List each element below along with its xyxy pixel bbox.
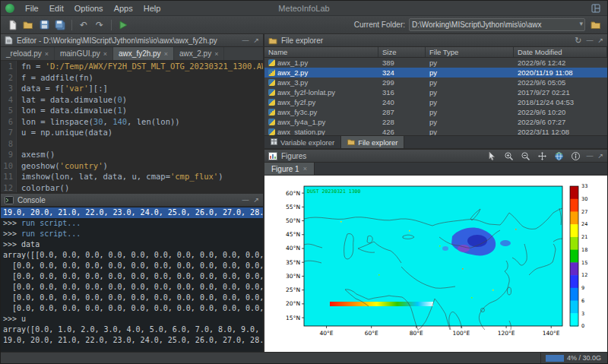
code-text: u = np.unique(data) bbox=[17, 127, 112, 138]
new-script-icon[interactable] bbox=[5, 18, 19, 32]
file-type-cell: py bbox=[426, 108, 514, 116]
x-tick-label: 120°E bbox=[498, 330, 515, 337]
file-row[interactable]: awx_fy3c.py287py2022/9/6 10:20 bbox=[264, 107, 607, 117]
figure-canvas[interactable]: DUST 20230321 1300 40°E60°E80°E100°E120°… bbox=[264, 176, 607, 352]
close-icon[interactable]: × bbox=[303, 165, 307, 173]
line-number: 6 bbox=[1, 116, 17, 128]
pan-icon[interactable] bbox=[536, 150, 548, 162]
colorbar-tick-label: 12 bbox=[581, 272, 587, 278]
colorbar-tick-label: 33 bbox=[581, 183, 587, 189]
file-type-cell: py bbox=[426, 118, 514, 126]
column-header-date-modified[interactable]: Date Modified bbox=[514, 47, 607, 57]
colorbar-tick-label: 0 bbox=[581, 323, 584, 329]
x-tick-label: 60°E bbox=[365, 330, 378, 337]
file-name: awx_station.py bbox=[277, 128, 325, 135]
file-row[interactable]: awx_1.py389py2022/9/6 12:42 bbox=[264, 58, 607, 68]
menu-bar: MeteoInfoLab FileEditOptionsAppsHelp bbox=[1, 1, 607, 16]
x-tick-label: 40°E bbox=[320, 330, 334, 337]
console-panel: Console — ↗ 19.0, 20.0, 21.0, 22.0, 23.0… bbox=[1, 194, 263, 352]
file-name-cell: awx_fy4a_1.py bbox=[264, 118, 378, 126]
file-date-cell: 2022/3/11 12:08 bbox=[514, 128, 607, 135]
column-header-file-type[interactable]: File Type bbox=[426, 47, 514, 57]
colorbar-tick-label: 3 bbox=[581, 311, 584, 317]
map-figure: DUST 20230321 1300 40°E60°E80°E100°E120°… bbox=[264, 176, 607, 353]
figure-tab[interactable]: Figure 1 × bbox=[264, 163, 315, 175]
minimize-icon[interactable]: — bbox=[586, 37, 593, 44]
close-icon[interactable]: × bbox=[164, 50, 168, 58]
file-row[interactable]: awx_fy2f.py240py2018/12/24 04:53 bbox=[264, 97, 607, 107]
save-icon[interactable] bbox=[37, 18, 51, 32]
editor-tab[interactable]: awx_fy2h.py× bbox=[113, 47, 174, 60]
redo-icon[interactable]: ↷ bbox=[93, 18, 106, 32]
file-row[interactable]: awx_3.py299py2022/9/6 05:05 bbox=[264, 78, 607, 87]
zoom-out-icon[interactable] bbox=[519, 150, 531, 162]
undo-icon[interactable]: ↶ bbox=[77, 18, 90, 32]
menu-edit[interactable]: Edit bbox=[44, 2, 69, 14]
minimize-icon[interactable]: — bbox=[242, 197, 249, 204]
close-icon[interactable]: × bbox=[103, 50, 107, 58]
close-icon[interactable]: × bbox=[214, 50, 218, 58]
colorbar-segment bbox=[570, 237, 578, 250]
figures-panel: Figures bbox=[264, 150, 607, 352]
file-row[interactable]: awx_fy4a_1.py228py2022/9/6 07:27 bbox=[264, 117, 607, 127]
float-icon[interactable]: ↗ bbox=[597, 153, 603, 160]
current-folder-combobox[interactable]: D:\Working\MIScript\Jython\mis\io\awx ▾ bbox=[409, 18, 585, 31]
current-folder-value: D:\Working\MIScript\Jython\mis\io\awx bbox=[412, 21, 541, 29]
menu-apps[interactable]: Apps bbox=[109, 2, 138, 14]
column-header-name[interactable]: Name bbox=[264, 47, 378, 57]
tab-variable-explorer[interactable]: Variable explorer bbox=[264, 136, 341, 148]
browse-folder-icon[interactable] bbox=[589, 18, 603, 32]
code-line: 8 bbox=[1, 138, 263, 150]
editor-title: Editor - D:\Working\MIScript\Jython\mis\… bbox=[17, 36, 217, 45]
console-output[interactable]: 19.0, 20.0, 21.0, 22.0, 23.0, 24.0, 25.0… bbox=[1, 207, 263, 352]
main-toolbar: ↶ ↷ Current Folder: D:\Working\MIScript\… bbox=[1, 16, 607, 34]
menu-help[interactable]: Help bbox=[138, 2, 166, 14]
float-icon[interactable]: ↗ bbox=[253, 37, 259, 44]
file-row[interactable]: awx_2.py324py2020/11/19 11:08 bbox=[264, 68, 607, 78]
editor-tab[interactable]: mainGUI.py× bbox=[55, 47, 113, 60]
tab-label: File explorer bbox=[358, 138, 397, 147]
colorbar-tick-label: 30 bbox=[581, 196, 587, 202]
code-text: fn = 'D:/Temp/AWX/FY2H_DST_MLT_OTG_20230… bbox=[17, 61, 263, 72]
file-name: awx_fy2f.py bbox=[277, 98, 315, 106]
open-file-icon[interactable] bbox=[21, 18, 35, 32]
tab-label: Variable explorer bbox=[280, 138, 334, 147]
console-line: [0.0, 0.0, 0.0, 0.0, 0.0, 0.0, 0.0, 0.0,… bbox=[1, 261, 263, 271]
run-script-icon[interactable] bbox=[116, 18, 130, 32]
select-cursor-icon[interactable] bbox=[486, 150, 498, 162]
console-line: >>> data bbox=[1, 239, 263, 250]
file-table-header: NameSizeFile TypeDate Modified bbox=[264, 47, 607, 58]
editor-tab[interactable]: awx_2.py× bbox=[174, 47, 225, 60]
close-icon[interactable]: × bbox=[45, 50, 49, 58]
colorbar-segment bbox=[570, 262, 578, 275]
minimize-icon[interactable]: — bbox=[586, 153, 593, 160]
save-all-icon[interactable] bbox=[53, 18, 67, 32]
file-size-cell: 299 bbox=[378, 78, 426, 87]
full-extent-globe-icon[interactable] bbox=[553, 150, 565, 162]
console-line: 19.0, 20.0, 21.0, 22.0, 23.0, 24.0, 25.0… bbox=[1, 207, 263, 218]
console-line: [0.0, 0.0, 0.0, 0.0, 0.0, 0.0, 0.0, 0.0,… bbox=[1, 293, 263, 303]
code-line: 1fn = 'D:/Temp/AWX/FY2H_DST_MLT_OTG_2023… bbox=[1, 61, 263, 72]
file-row[interactable]: awx_station.py426py2022/3/11 12:08 bbox=[264, 127, 607, 135]
file-row[interactable]: awx_fy2f-lonlat.py316py2017/9/27 02:21 bbox=[264, 87, 607, 97]
float-icon[interactable]: ↗ bbox=[597, 37, 603, 44]
column-header-size[interactable]: Size bbox=[378, 47, 426, 57]
code-editor[interactable]: 1fn = 'D:/Temp/AWX/FY2H_DST_MLT_OTG_2023… bbox=[1, 61, 263, 192]
menu-file[interactable]: File bbox=[20, 2, 44, 14]
file-name: awx_fy3c.py bbox=[277, 108, 317, 116]
file-explorer-title: File explorer bbox=[281, 36, 323, 45]
code-text: lat = data.dimvalue(0) bbox=[17, 94, 127, 106]
float-icon[interactable]: ↗ bbox=[253, 197, 259, 204]
zoom-in-icon[interactable] bbox=[502, 150, 515, 162]
editor-tab[interactable]: _reload.py× bbox=[1, 47, 55, 60]
menu-options[interactable]: Options bbox=[69, 2, 109, 14]
layout-icon[interactable] bbox=[589, 2, 603, 15]
minimize-icon[interactable]: — bbox=[242, 37, 249, 44]
identify-icon[interactable] bbox=[569, 150, 581, 162]
tab-file-explorer[interactable]: File explorer bbox=[341, 136, 404, 148]
console-line: >>> u bbox=[1, 314, 263, 324]
refresh-icon[interactable]: ↻ bbox=[575, 36, 581, 45]
x-tick-label: 140°E bbox=[543, 330, 560, 337]
colorbar-tick-label: 18 bbox=[581, 247, 587, 253]
line-number: 2 bbox=[1, 72, 17, 84]
